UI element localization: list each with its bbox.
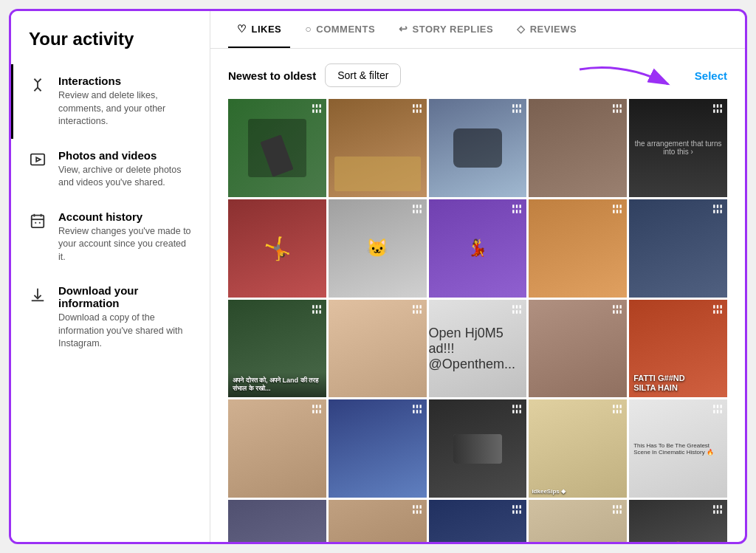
sidebar-download-text: Download your information Download a cop… <box>58 284 192 351</box>
reel-icon-24 <box>612 504 622 517</box>
tab-comments[interactable]: ○ COMMENTS <box>296 11 384 48</box>
select-button[interactable]: Select <box>695 69 727 82</box>
photo-cell-6[interactable]: 🤸 <box>228 199 326 298</box>
reply-icon: ↩ <box>399 23 408 35</box>
sidebar-interactions-text: Interactions Review and delete likes, co… <box>58 75 192 128</box>
account-history-icon <box>29 212 47 230</box>
reel-icon-7 <box>412 204 422 216</box>
top-row: Newest to oldest Sort & filter Select <box>228 63 727 87</box>
photo-cell-17[interactable] <box>329 399 427 498</box>
svg-marker-2 <box>36 157 41 162</box>
photo-cell-16[interactable] <box>228 399 326 498</box>
reel-icon-11 <box>312 304 322 317</box>
sidebar-item-interactions[interactable]: Interactions Review and delete likes, co… <box>11 64 210 139</box>
svg-rect-3 <box>32 215 44 227</box>
photo-cell-25[interactable]: 😮 <box>629 500 727 542</box>
photo-cell-13[interactable]: Open Hj0M5 ad!!!@Openthem... <box>429 300 527 398</box>
photo-cell-19[interactable]: idkeeSips ◆ <box>529 399 627 498</box>
reel-icon-10 <box>712 204 723 216</box>
tab-reviews-label: REVIEWS <box>530 24 577 35</box>
sidebar-interactions-title: Interactions <box>58 75 192 87</box>
reel-icon-15 <box>712 304 723 317</box>
photo-cell-11[interactable]: अपने दोस्त को, अपने Land की तरह संभाल के… <box>228 300 326 398</box>
tab-comments-label: COMMENTS <box>316 24 375 35</box>
photo-cell-15[interactable]: FATTI G##NDSILTA HAIN <box>629 300 727 398</box>
sidebar-download-desc: Download a copy of the information you'v… <box>58 312 192 351</box>
sidebar-photos-desc: View, archive or delete photos and video… <box>58 164 192 190</box>
photo-cell-23[interactable] <box>429 500 527 542</box>
reel-icon-23 <box>512 504 522 517</box>
arrow-annotation <box>565 62 683 99</box>
reel-icon-14 <box>612 304 622 317</box>
sidebar-item-account-history[interactable]: Account history Review changes you've ma… <box>11 200 210 275</box>
photo-cell-7[interactable]: 🐱 <box>329 199 427 298</box>
photo-grid: the arrangement that turns into this › 🤸… <box>228 99 727 542</box>
sidebar-item-download[interactable]: Download your information Download a cop… <box>11 274 210 361</box>
tag-icon: ◇ <box>517 23 526 35</box>
sidebar-account-text: Account history Review changes you've ma… <box>58 210 192 264</box>
sort-filter-button[interactable]: Sort & filter <box>325 63 401 87</box>
photos-videos-icon <box>29 151 47 168</box>
tab-likes[interactable]: ♡ LIKES <box>228 11 290 48</box>
reel-icon-4 <box>612 103 622 116</box>
fatti-overlay: FATTI G##NDSILTA HAIN <box>633 374 684 393</box>
photo-cell-1[interactable] <box>228 99 326 197</box>
reel-icon-5 <box>712 103 723 116</box>
photo-cell-10[interactable] <box>629 199 727 298</box>
photo-cell-5[interactable]: the arrangement that turns into this › <box>629 99 727 197</box>
sidebar-download-title: Download your information <box>58 284 192 309</box>
tab-reviews[interactable]: ◇ REVIEWS <box>508 11 585 48</box>
heart-icon: ♡ <box>237 23 247 35</box>
reel-icon-13 <box>512 304 522 317</box>
sidebar-item-photos-videos[interactable]: Photos and videos View, archive or delet… <box>11 139 210 200</box>
photo-overlay-11: अपने दोस्त को, अपने Land की तरह संभाल के… <box>228 372 326 397</box>
reel-icon-16 <box>312 404 322 416</box>
reel-icon-17 <box>412 404 422 416</box>
interactions-icon <box>29 76 47 94</box>
sort-label: Newest to oldest <box>228 69 316 82</box>
left-controls: Newest to oldest Sort & filter <box>228 63 401 87</box>
reel-icon-12 <box>412 304 422 317</box>
reel-icon-18 <box>512 404 522 416</box>
photo-cell-2[interactable] <box>329 99 427 197</box>
comment-icon: ○ <box>305 23 312 35</box>
photo-cell-22[interactable]: On My Husband <box>329 500 427 542</box>
sidebar-interactions-desc: Review and delete likes, comments, and y… <box>58 89 192 128</box>
photo-cell-24[interactable] <box>529 500 627 542</box>
tab-likes-label: LIKES <box>252 24 282 35</box>
photo-cell-20[interactable]: This Has To Be The Greatest Scene In Cin… <box>629 399 727 498</box>
sidebar-account-desc: Review changes you've made to your accou… <box>58 225 192 264</box>
tab-story-replies[interactable]: ↩ STORY REPLIES <box>390 11 502 48</box>
tabs-nav: ♡ LIKES ○ COMMENTS ↩ STORY REPLIES ◇ REV… <box>210 11 745 49</box>
download-icon <box>29 286 47 303</box>
reel-icon-9 <box>612 204 622 216</box>
sidebar: Your activity Interactions Review and de… <box>11 11 210 542</box>
app-frame: Your activity Interactions Review and de… <box>9 9 747 544</box>
sidebar-photos-title: Photos and videos <box>58 149 192 162</box>
reel-icon-25 <box>712 504 723 517</box>
main-content: ♡ LIKES ○ COMMENTS ↩ STORY REPLIES ◇ REV… <box>210 11 745 542</box>
reel-icon-3 <box>512 103 522 116</box>
svg-rect-1 <box>31 154 44 165</box>
photo-cell-4[interactable] <box>529 99 627 197</box>
reel-icon-8 <box>512 204 522 216</box>
photo-cell-8[interactable]: 💃 <box>429 199 527 298</box>
photo-cell-21[interactable]: 🎸 <box>228 500 326 542</box>
select-area: Select <box>695 69 727 82</box>
reel-icon-20 <box>712 404 723 416</box>
photo-cell-18[interactable] <box>429 399 527 498</box>
reel-icon-1 <box>312 103 322 116</box>
tab-story-replies-label: STORY REPLIES <box>413 24 494 35</box>
sidebar-account-title: Account history <box>58 210 192 223</box>
reel-icon-2 <box>412 103 422 116</box>
reel-icon-19 <box>612 404 622 416</box>
photo-cell-14[interactable] <box>529 300 627 398</box>
content-area: Newest to oldest Sort & filter Select <box>210 49 745 542</box>
sidebar-photos-text: Photos and videos View, archive or delet… <box>58 149 192 190</box>
photo-cell-9[interactable] <box>529 199 627 298</box>
photo-cell-12[interactable] <box>329 300 427 398</box>
photo-cell-3[interactable] <box>429 99 527 197</box>
sidebar-title: Your activity <box>11 29 210 64</box>
reel-icon-22 <box>412 504 422 517</box>
